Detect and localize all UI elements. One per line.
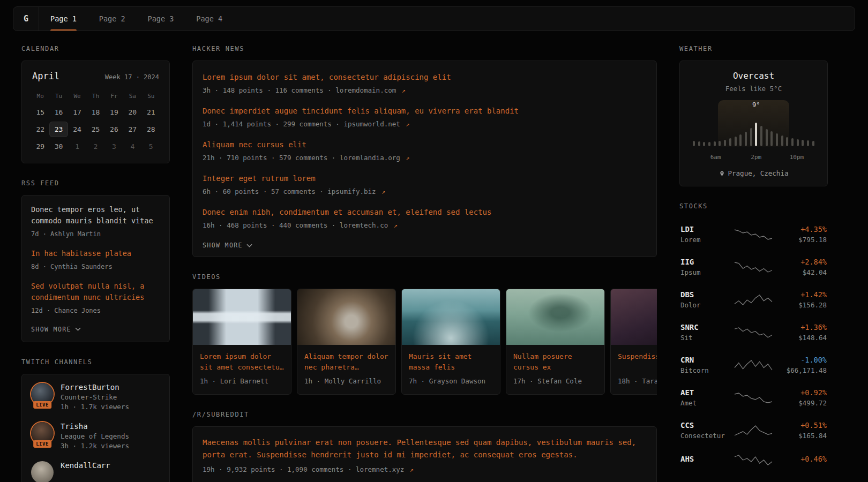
calendar-day[interactable]: 17 [68, 104, 86, 120]
weather-feels-like: Feels like 5°C [689, 85, 819, 93]
stock-row[interactable]: DBS Dolor +1.42% $156.28 [679, 283, 828, 316]
hacker-news-item-title[interactable]: Integer eget rutrum lorem [203, 173, 647, 184]
twitch-channel: KendallCarr [31, 461, 160, 482]
weather-bar [786, 137, 788, 146]
video-title[interactable]: Suspendisse diam [618, 351, 657, 373]
stock-ticker[interactable]: IIG [680, 258, 731, 266]
stock-ticker[interactable]: SNRC [680, 323, 731, 332]
stock-name: Dolor [680, 301, 731, 309]
stock-ticker[interactable]: LDI [680, 225, 731, 234]
hn-show-more-button[interactable]: SHOW MORE [203, 240, 252, 249]
external-link-icon[interactable]: ↗ [402, 87, 406, 94]
calendar-day[interactable]: 19 [105, 104, 123, 120]
external-link-icon[interactable]: ↗ [406, 120, 409, 128]
stock-ticker[interactable]: AET [680, 388, 731, 397]
channel-name[interactable]: KendallCarr [61, 461, 110, 470]
stock-ticker[interactable]: DBS [680, 290, 731, 299]
channel-avatar[interactable]: LIVE [31, 383, 54, 405]
stock-sparkline-wrap [731, 391, 775, 404]
stock-row[interactable]: CRN Bitcorn -1.00% $66,171.48 [679, 349, 828, 381]
calendar-day[interactable]: 23 [49, 122, 68, 137]
stock-row[interactable]: AHS +0.46% [679, 447, 828, 473]
stock-row[interactable]: CCS Consectetur +0.51% $165.84 [679, 414, 828, 447]
video-thumbnail[interactable] [402, 289, 500, 345]
rss-item-title[interactable]: In hac habitasse platea [31, 248, 160, 259]
stock-price: $499.72 [775, 399, 827, 407]
calendar-day[interactable]: 3 [105, 139, 123, 154]
video-meta: 18h · Tara [618, 376, 657, 387]
calendar-day[interactable]: 22 [31, 122, 49, 137]
chevron-down-icon [246, 244, 252, 247]
channel-name[interactable]: ForrestBurton [61, 383, 129, 391]
video-body: Lorem ipsum dolor sit amet consectetu… 1… [193, 345, 291, 394]
calendar-day[interactable]: 18 [86, 104, 104, 120]
video-card[interactable]: Suspendisse diam 18h · Tara [610, 289, 657, 395]
calendar-day[interactable]: 24 [68, 122, 86, 137]
rss-show-more-button[interactable]: SHOW MORE [31, 325, 81, 333]
external-link-icon[interactable]: ↗ [381, 188, 385, 195]
calendar-day[interactable]: 29 [31, 139, 49, 154]
weather-peak-label: 9° [752, 101, 760, 109]
hacker-news-item-title[interactable]: Donec enim nibh, condimentum et accumsan… [203, 207, 647, 218]
channel-avatar[interactable]: LIVE [31, 422, 54, 445]
calendar-day[interactable]: 4 [123, 139, 141, 154]
video-card[interactable]: Aliquam tempor dolor nec pharetra… 1h · … [297, 289, 396, 395]
stock-row[interactable]: IIG Ipsum +2.84% $42.04 [679, 251, 828, 283]
hacker-news-item-title[interactable]: Aliquam nec cursus elit [203, 139, 647, 150]
calendar-day[interactable]: 25 [86, 122, 104, 137]
video-title[interactable]: Mauris sit amet massa felis [409, 351, 493, 373]
calendar-dow: Mo [31, 91, 49, 101]
rss-item-title[interactable]: Sed volutpat nulla nisl, a condimentum n… [31, 281, 160, 303]
channel-name[interactable]: Trisha [61, 422, 129, 431]
video-thumbnail[interactable] [297, 289, 395, 345]
video-thumbnail[interactable] [611, 289, 657, 345]
calendar-day[interactable]: 5 [142, 139, 160, 154]
video-card[interactable]: Lorem ipsum dolor sit amet consectetu… 1… [192, 289, 291, 395]
stock-ticker[interactable]: AHS [680, 455, 731, 463]
external-link-icon[interactable]: ↗ [394, 222, 398, 229]
stock-row[interactable]: AET Amet +0.92% $499.72 [679, 381, 828, 414]
video-card[interactable]: Nullam posuere cursus ex 17h · Stefan Co… [506, 289, 605, 395]
stock-name: Lorem [680, 236, 731, 244]
video-thumbnail[interactable] [193, 289, 291, 345]
calendar-day[interactable]: 21 [142, 104, 160, 120]
video-meta: 17h · Stefan Cole [513, 376, 597, 387]
stock-row[interactable]: SNRC Sit +1.36% $148.64 [679, 316, 828, 349]
stock-sparkline [735, 326, 772, 339]
weather-bar [745, 132, 747, 146]
external-link-icon[interactable]: ↗ [410, 466, 414, 473]
calendar-day[interactable]: 30 [49, 139, 68, 154]
calendar-day[interactable]: 20 [123, 104, 141, 120]
calendar-day[interactable]: 15 [31, 104, 49, 120]
channel-avatar[interactable] [31, 461, 54, 482]
video-thumbnail[interactable] [506, 289, 604, 345]
video-title[interactable]: Nullam posuere cursus ex [513, 351, 597, 373]
stock-ticker[interactable]: CRN [680, 356, 731, 364]
weather-condition: Overcast [689, 71, 819, 81]
stock-ticker[interactable]: CCS [680, 421, 731, 430]
calendar-day[interactable]: 2 [86, 139, 104, 154]
videos-row: Lorem ipsum dolor sit amet consectetu… 1… [192, 289, 657, 395]
calendar-day[interactable]: 28 [142, 122, 160, 137]
subreddit-post-title[interactable]: Maecenas mollis pulvinar erat non posuer… [203, 436, 647, 461]
page-tab[interactable]: Page 4 [185, 7, 234, 31]
external-link-icon[interactable]: ↗ [406, 154, 409, 162]
calendar-header: April Week 17 · 2024 [31, 70, 160, 81]
calendar-day[interactable]: 1 [68, 139, 86, 154]
video-title[interactable]: Aliquam tempor dolor nec pharetra… [304, 351, 388, 373]
hacker-news-item-title[interactable]: Lorem ipsum dolor sit amet, consectetur … [203, 72, 647, 83]
page-tab[interactable]: Page 2 [88, 7, 137, 31]
calendar-day[interactable]: 27 [123, 122, 141, 137]
page-tab[interactable]: Page 1 [39, 7, 88, 31]
video-title[interactable]: Lorem ipsum dolor sit amet consectetu… [200, 351, 284, 373]
calendar-day[interactable]: 16 [49, 104, 68, 120]
hacker-news-item-title[interactable]: Donec imperdiet augue tincidunt felis al… [203, 106, 647, 117]
video-card[interactable]: Mauris sit amet massa felis 7h · Grayson… [401, 289, 500, 395]
stock-values: +1.42% $156.28 [775, 290, 827, 309]
weather-time-labels: 6am2pm10pm [693, 154, 814, 161]
rss-item-title[interactable]: Donec tempor eros leo, ut commodo mauris… [31, 204, 160, 227]
app-logo[interactable]: G [13, 7, 39, 31]
page-tab[interactable]: Page 3 [137, 7, 185, 31]
stock-row[interactable]: LDI Lorem +4.35% $795.18 [679, 218, 828, 251]
calendar-day[interactable]: 26 [105, 122, 123, 137]
